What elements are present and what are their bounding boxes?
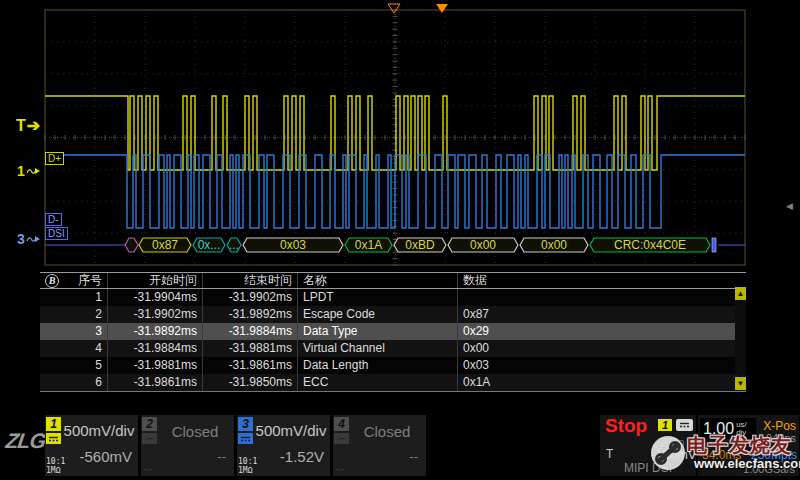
decode-bus-type: MIPI DSI [600, 461, 696, 475]
channel4-block[interactable]: 4 – Closed -- -:- [333, 415, 426, 476]
scroll-up-icon[interactable]: ▲ [735, 287, 746, 300]
header-start-time: 开始时间 [108, 273, 203, 288]
cell-name: ECC [298, 374, 458, 391]
table-row[interactable]: 3-31.9892ms-31.9884msData Type0x29 [40, 323, 746, 340]
table-row[interactable]: 4-31.9884ms-31.9881msVirtual Channel0x00 [40, 340, 746, 357]
channel2-offset: -- [217, 449, 226, 464]
trigger-t-label: T [606, 447, 613, 461]
decode-packet: 0x87 [139, 238, 191, 252]
event-table-header: B 序号 开始时间 结束时间 名称 数据 [40, 272, 746, 289]
record-length-points: 250Mpts [751, 448, 797, 462]
channel3-badge: 3 [238, 417, 253, 431]
decode-packet [125, 238, 138, 252]
channel-settings-row: 1 10:11MΩ 500mV/div -560mV 2 – Closed --… [45, 415, 426, 476]
decode-packet: 0x00 [520, 238, 588, 252]
cell-data [458, 289, 734, 306]
svg-text:CRC:0x4C0E: CRC:0x4C0E [614, 238, 686, 252]
xpos-value: -940ns [762, 432, 796, 444]
trigger-arrow-icon: ➔ [27, 117, 41, 134]
cell-index: 2 [40, 306, 108, 323]
cell-name: LPDT [298, 289, 458, 306]
bus-b-icon: B [45, 274, 59, 288]
channel3-block[interactable]: 3 10:11MΩ 500mV/div -1.52V [237, 415, 330, 476]
record-length-time: 34.0ms [702, 448, 741, 462]
channel4-badge: 4 [334, 417, 349, 431]
channel2-status: Closed [158, 423, 232, 440]
cell-start-time: -31.9884ms [108, 340, 203, 357]
table-row[interactable]: 1-31.9904ms-31.9902msLPDT [40, 289, 746, 306]
trigger-coupling-icon [676, 419, 693, 431]
cell-start-time: -31.9892ms [108, 323, 203, 340]
cell-end-time: -31.9902ms [203, 289, 298, 306]
channel1-probe-info: 10:11MΩ [46, 457, 65, 475]
channel2-block[interactable]: 2 – Closed -- -:- [141, 415, 234, 476]
timebase-block[interactable]: 1.00 us/div X-Pos -940ns 34.0ms 250Mpts … [698, 415, 799, 476]
cell-start-time: -31.9881ms [108, 357, 203, 374]
svg-text:0x00: 0x00 [470, 238, 496, 252]
decode-cursor [712, 238, 716, 252]
cell-data: 0x03 [458, 357, 734, 374]
channel3-scale: 500mV/div [254, 422, 328, 439]
trigger-t-text: T [16, 117, 27, 134]
cell-start-time: -31.9904ms [108, 289, 203, 306]
coupling-arrow-icon [26, 234, 41, 244]
scroll-down-icon[interactable]: ▼ [735, 377, 746, 390]
decode-packet: 0x... [193, 238, 225, 252]
decode-packet: CRC:0x4C0E [590, 238, 710, 252]
decode-packet: 0x03 [243, 238, 343, 252]
cell-name: Escape Code [298, 306, 458, 323]
header-name: 名称 [298, 273, 458, 288]
cell-start-time: -31.9902ms [108, 306, 203, 323]
table-row[interactable]: 6-31.9861ms-31.9850msECC0x1A [40, 374, 746, 391]
timebase-unit: us/div [736, 421, 747, 437]
decode-packet: 0xBD [394, 238, 446, 252]
acquisition-status[interactable]: Stop [605, 415, 647, 437]
decode-packet: ... [227, 238, 241, 252]
trigger-block[interactable]: Stop 1 Auto T -120mV MIPI DSI [600, 415, 696, 476]
channel4-status: Closed [350, 423, 424, 440]
coupling-arrow-icon [26, 166, 41, 176]
panel-collapse-arrow-icon[interactable]: ◀ [786, 201, 793, 211]
table-row[interactable]: 2-31.9902ms-31.9892msEscape Code0x87 [40, 306, 746, 323]
waveform-display: 0x870x......0x030x1A0xBD0x000x00CRC:0x4C… [0, 0, 800, 270]
cell-end-time: -31.9881ms [203, 340, 298, 357]
signal-label-d-plus: D+ [45, 152, 64, 165]
channel4-off-icon: – [334, 433, 349, 444]
channel1-block[interactable]: 1 10:11MΩ 500mV/div -560mV [45, 415, 138, 476]
channel1-scale: 500mV/div [62, 422, 136, 439]
cell-index: 3 [40, 323, 108, 340]
table-scrollbar: ▲ ▼ [735, 287, 746, 390]
channel4-offset: -- [409, 449, 418, 464]
cell-name: Data Length [298, 357, 458, 374]
timebase-scale-box: 1.00 us/div [700, 418, 756, 439]
svg-text:0xBD: 0xBD [405, 238, 435, 252]
cell-end-time: -31.9892ms [203, 306, 298, 323]
oscilloscope-screen: 0x870x......0x030x1A0xBD0x000x00CRC:0x4C… [0, 0, 800, 480]
trigger-level-marker-icon[interactable] [436, 4, 448, 13]
cell-end-time: -31.9850ms [203, 374, 298, 391]
cell-name: Virtual Channel [298, 340, 458, 357]
cell-data: 0x00 [458, 340, 734, 357]
status-bar: ZLG® 1 10:11MΩ 500mV/div -560mV 2 – Clos… [0, 412, 800, 480]
decode-event-table: B 序号 开始时间 结束时间 名称 数据 1-31.9904ms-31.9902… [40, 272, 746, 392]
table-row[interactable]: 5-31.9881ms-31.9861msData Length0x03 [40, 357, 746, 374]
channel1-offset: -560mV [79, 448, 132, 465]
svg-text:0x87: 0x87 [152, 238, 178, 252]
cell-index: 6 [40, 374, 108, 391]
trigger-level: -120mV [651, 447, 697, 462]
channel4-sub: -:- [336, 464, 344, 473]
timebase-scale: 1.00 [703, 420, 734, 438]
cell-start-time: -31.9861ms [108, 374, 203, 391]
dc-coupling-icon [46, 433, 61, 444]
cell-index: 1 [40, 289, 108, 306]
channel2-badge: 2 [142, 417, 157, 431]
channel3-probe-info: 10:11MΩ [238, 457, 257, 475]
trigger-position-label: T➔ [16, 116, 41, 135]
svg-text:0x...: 0x... [198, 238, 221, 252]
cell-data: 0x29 [458, 323, 734, 340]
channel3-position-marker[interactable]: 3 [17, 231, 41, 247]
trigger-position-marker-icon[interactable] [388, 4, 400, 13]
channel1-position-marker[interactable]: 1 [17, 163, 41, 179]
bus-label-dsi: DSI [45, 227, 68, 240]
cell-data: 0x87 [458, 306, 734, 323]
